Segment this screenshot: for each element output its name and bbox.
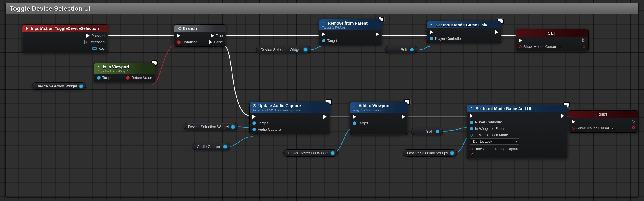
- var-device-selection-widget[interactable]: Device Selection Widget: [184, 123, 238, 130]
- pin-exec-out[interactable]: [495, 30, 498, 34]
- pin-target[interactable]: Target: [353, 121, 368, 125]
- pin-exec-out[interactable]: [376, 32, 379, 36]
- pin-player-controller[interactable]: Player Controller: [430, 37, 462, 41]
- var-label: Audio Capture: [197, 144, 221, 149]
- node-title: SET: [572, 112, 635, 117]
- pin-target[interactable]: Target: [322, 39, 337, 43]
- branch-icon: [177, 26, 181, 30]
- pin-player-controller[interactable]: Player Controller: [470, 120, 502, 124]
- node-input-action[interactable]: InputAction ToggleDeviceSelection Presse…: [22, 24, 108, 53]
- var-audio-capture[interactable]: Audio Capture: [193, 143, 230, 150]
- svg-text:f: f: [323, 21, 324, 25]
- pin-exec-out[interactable]: [582, 38, 585, 42]
- pin-show-mouse-cursor[interactable]: Show Mouse Cursor: [519, 45, 562, 49]
- pin-target[interactable]: Target: [97, 76, 112, 80]
- var-label: Self: [401, 47, 407, 52]
- function-icon: f: [97, 65, 101, 69]
- var-label: Device Selection Widget: [407, 151, 448, 155]
- pin-exec-out[interactable]: [402, 115, 405, 119]
- pin-pressed[interactable]: Pressed: [86, 34, 105, 38]
- node-title: SET: [519, 31, 585, 35]
- node-branch[interactable]: Branch Condition True False: [174, 24, 226, 47]
- var-label: Self: [426, 129, 433, 134]
- pin-exec-in[interactable]: [430, 30, 433, 34]
- node-add-to-viewport[interactable]: f Add to Viewport Target is User Widget …: [350, 102, 408, 135]
- pin-value-out[interactable]: [583, 45, 585, 48]
- node-subtitle: Target is User Widget: [353, 108, 405, 112]
- dropdown-mouse-lock[interactable]: Do Not Lock: [470, 138, 519, 145]
- svg-text:f: f: [430, 23, 432, 27]
- node-title: Add to Viewport: [359, 103, 390, 108]
- node-title: InputAction ToggleDeviceSelection: [31, 26, 99, 31]
- function-icon: f: [322, 21, 326, 25]
- var-device-selection-widget[interactable]: Device Selection Widget: [283, 149, 338, 157]
- var-device-selection-widget[interactable]: Device Selection Widget: [403, 149, 457, 157]
- node-title: Branch: [183, 26, 197, 31]
- pin-exec-out[interactable]: [323, 115, 327, 119]
- node-subtitle: Target is User Widget: [97, 69, 152, 73]
- svg-text:f: f: [98, 65, 99, 69]
- var-device-selection-widget[interactable]: Device Selection Widget: [256, 46, 310, 53]
- pin-exec-in[interactable]: [353, 115, 356, 119]
- svg-text:f: f: [470, 107, 472, 111]
- node-title: Update Audio Capture: [258, 103, 301, 108]
- var-label: Device Selection Widget: [261, 47, 301, 52]
- node-title: Set Input Mode Game And UI: [476, 106, 531, 111]
- function-icon: f: [430, 23, 434, 27]
- pin-value-out[interactable]: [632, 126, 635, 129]
- svg-point-4: [254, 105, 255, 106]
- pin-hide-cursor[interactable]: Hide Cursor During Capture: [470, 147, 519, 156]
- checkbox-checked[interactable]: [470, 152, 474, 156]
- node-is-in-viewport[interactable]: f Is in Viewport Target is User Widget T…: [94, 63, 155, 82]
- checkbox-unchecked[interactable]: [558, 45, 562, 49]
- var-label: Device Selection Widget: [36, 84, 77, 88]
- pin-in-mouse-lock-mode[interactable]: In Mouse Lock Mode Do Not Lock: [470, 133, 519, 145]
- node-set-input-game-only[interactable]: f Set Input Mode Game Only Player Contro…: [427, 21, 501, 43]
- pin-in-widget-to-focus[interactable]: In Widget to Focus: [470, 127, 505, 131]
- var-self[interactable]: Self: [385, 46, 417, 53]
- comment-title[interactable]: Toggle Device Selection UI: [6, 3, 638, 14]
- function-icon: f: [470, 107, 474, 111]
- pin-exec-out[interactable]: [632, 120, 635, 124]
- event-call-icon: [252, 104, 256, 108]
- node-title: Set Input Mode Game Only: [436, 23, 487, 27]
- var-label: Device Selection Widget: [188, 125, 229, 129]
- node-subtitle: Target is BPW Select Input Device: [252, 108, 327, 112]
- var-device-selection-widget[interactable]: Device Selection Widget: [32, 82, 86, 90]
- node-title: Is in Viewport: [103, 64, 129, 69]
- var-self[interactable]: Self: [411, 128, 443, 135]
- var-label: Device Selection Widget: [288, 151, 329, 155]
- event-icon: [25, 26, 29, 30]
- node-set-input-game-and-ui[interactable]: f Set Input Mode Game And UI Player Cont…: [467, 105, 567, 159]
- node-set-show-mouse-cursor-false[interactable]: SET Show Mouse Cursor: [516, 29, 589, 51]
- pin-exec-in[interactable]: [252, 115, 256, 119]
- pin-true[interactable]: True: [211, 34, 223, 38]
- pin-exec-in[interactable]: [572, 120, 575, 124]
- node-set-show-mouse-cursor-true[interactable]: SET Show Mouse Cursor: [569, 110, 638, 133]
- pin-target[interactable]: Target: [252, 121, 268, 125]
- svg-text:f: f: [353, 104, 355, 108]
- node-title: Remove from Parent: [328, 21, 368, 26]
- checkbox-checked[interactable]: [611, 126, 615, 130]
- pin-released[interactable]: Released: [84, 40, 105, 44]
- pin-exec-in[interactable]: [177, 34, 180, 38]
- pin-false[interactable]: False: [209, 40, 223, 44]
- expand-caret-icon[interactable]: ⌄: [378, 129, 380, 132]
- node-remove-from-parent[interactable]: f Remove from Parent Target is Widget Ta…: [319, 19, 382, 45]
- node-subtitle: Target is Widget: [322, 26, 379, 29]
- pin-key[interactable]: Key: [92, 46, 105, 51]
- pin-show-mouse-cursor[interactable]: Show Mouse Cursor: [572, 126, 615, 130]
- pin-audio-capture[interactable]: Audio Capture: [252, 128, 281, 132]
- pin-exec-in[interactable]: [519, 38, 522, 42]
- pin-return-value[interactable]: Return Value: [126, 76, 152, 80]
- node-update-audio-capture[interactable]: Update Audio Capture Target is BPW Selec…: [249, 102, 330, 134]
- pin-condition[interactable]: Condition: [177, 40, 198, 44]
- pin-exec-in[interactable]: [322, 32, 325, 36]
- function-icon: f: [353, 104, 357, 108]
- pin-exec-out[interactable]: [561, 114, 564, 118]
- pin-exec-in[interactable]: [470, 114, 473, 118]
